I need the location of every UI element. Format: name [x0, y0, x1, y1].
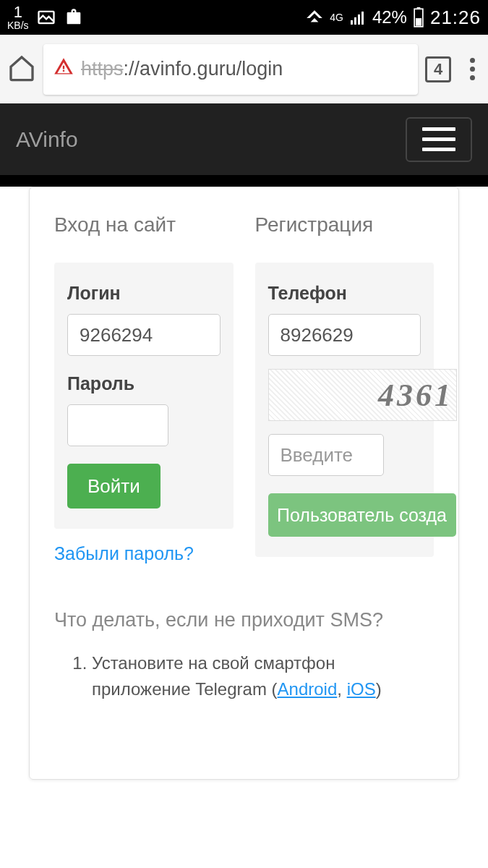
login-column: Вход на сайт Логин Пароль Войти Забыли п… — [54, 213, 234, 564]
svg-rect-3 — [358, 14, 360, 25]
auth-card: Вход на сайт Логин Пароль Войти Забыли п… — [29, 187, 459, 780]
sms-help-item: Установите на свой смартфон приложение T… — [92, 650, 434, 702]
browser-toolbar: https://avinfo.guru/login 4 — [0, 35, 488, 103]
android-link[interactable]: Android — [278, 679, 338, 699]
password-input[interactable] — [67, 404, 168, 446]
svg-rect-1 — [351, 20, 353, 25]
sms-help-section: Что делать, если не приходит SMS? Устано… — [54, 609, 434, 702]
image-icon — [36, 7, 56, 27]
login-button[interactable]: Войти — [67, 464, 160, 509]
page-body: Вход на сайт Логин Пароль Войти Забыли п… — [0, 187, 488, 868]
site-header: AVinfo — [0, 103, 488, 176]
register-panel: Телефон 4361 Пользователь созда — [255, 263, 435, 557]
login-label: Логин — [67, 283, 221, 304]
url-text: https://avinfo.guru/login — [81, 58, 283, 80]
phone-input[interactable] — [268, 314, 421, 356]
shopping-icon — [64, 7, 84, 27]
login-panel: Логин Пароль Войти — [54, 263, 234, 529]
sms-help-list: Установите на свой смартфон приложение T… — [54, 650, 434, 702]
login-heading: Вход на сайт — [54, 213, 234, 237]
tab-switcher[interactable]: 4 — [425, 56, 451, 82]
clock: 21:26 — [430, 7, 481, 29]
security-warning-icon — [53, 56, 74, 82]
forgot-password-link[interactable]: Забыли пароль? — [54, 543, 234, 564]
sms-help-heading: Что делать, если не приходит SMS? — [54, 609, 434, 631]
network-speed: 1 KB/s — [7, 4, 29, 30]
site-brand[interactable]: AVinfo — [16, 127, 78, 152]
battery-percent: 42% — [372, 7, 407, 27]
register-toast: Пользователь созда — [268, 493, 456, 537]
svg-rect-7 — [416, 18, 421, 25]
network-type: 4G — [330, 12, 343, 22]
captcha-input[interactable] — [268, 434, 384, 476]
menu-toggle[interactable] — [406, 117, 472, 162]
phone-label: Телефон — [268, 283, 421, 304]
register-column: Регистрация Телефон 4361 Пользователь со… — [255, 213, 435, 564]
signal-icon — [349, 9, 367, 26]
status-bar: 1 KB/s 4G 42% 21:26 — [0, 0, 488, 35]
ios-link[interactable]: iOS — [347, 679, 376, 699]
svg-rect-4 — [361, 12, 364, 25]
svg-rect-2 — [354, 17, 356, 25]
login-input[interactable] — [67, 314, 221, 356]
register-heading: Регистрация — [255, 213, 435, 237]
url-bar[interactable]: https://avinfo.guru/login — [43, 44, 418, 95]
home-icon[interactable] — [7, 54, 36, 85]
browser-menu-icon[interactable] — [464, 58, 481, 80]
wifi-icon — [305, 8, 324, 27]
password-label: Пароль — [67, 373, 221, 394]
battery-icon — [413, 7, 424, 27]
captcha-image: 4361 — [268, 369, 458, 421]
